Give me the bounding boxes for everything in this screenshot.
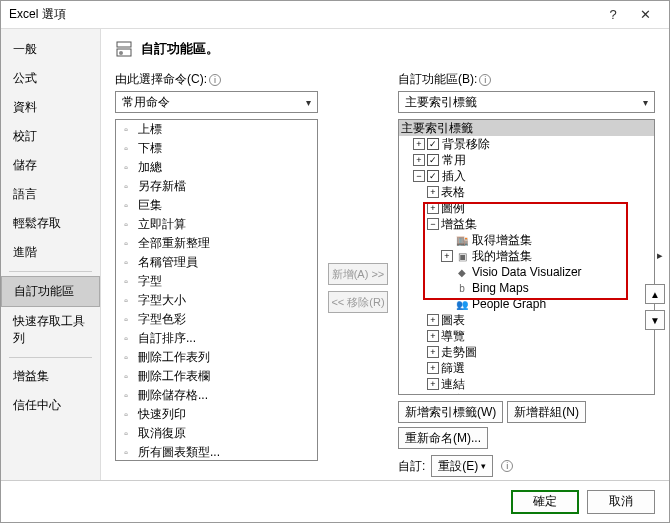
sidebar-item[interactable]: 進階 [1, 238, 100, 267]
ribbon-tree[interactable]: 主要索引標籤 +✓背景移除 +✓常用 −✓插入 +表格 +圖例 −增益集 🏬取得… [398, 119, 655, 395]
expand-icon[interactable]: + [427, 346, 439, 358]
new-tab-button[interactable]: 新增索引標籤(W) [398, 401, 503, 423]
command-icon: ▫ [118, 369, 134, 385]
command-item[interactable]: ▫所有圖表類型... [116, 443, 317, 461]
command-item[interactable]: ▫刪除工作表列 [116, 348, 317, 367]
command-item[interactable]: ▫取消復原 [116, 424, 317, 443]
tree-group[interactable]: +圖表 [399, 312, 654, 328]
sidebar-item[interactable]: 公式 [1, 64, 100, 93]
tree-cmd-visio[interactable]: ◆Visio Data Visualizer [399, 264, 654, 280]
command-item[interactable]: ▫字型 [116, 272, 317, 291]
expand-icon[interactable]: + [427, 330, 439, 342]
command-label: 加總 [138, 159, 162, 176]
info-icon[interactable]: i [209, 74, 221, 86]
tree-tab[interactable]: +✓常用 [399, 152, 654, 168]
command-item[interactable]: ▫全部重新整理 [116, 234, 317, 253]
sidebar-item[interactable]: 信任中心 [1, 391, 100, 420]
info-icon[interactable]: i [501, 460, 513, 472]
checkbox[interactable]: ✓ [427, 170, 439, 182]
command-item[interactable]: ▫下標 [116, 139, 317, 158]
expand-icon[interactable]: + [427, 314, 439, 326]
move-down-button[interactable]: ▼ [645, 310, 665, 330]
expand-icon[interactable]: + [427, 186, 439, 198]
sidebar-item[interactable]: 快速存取工具列 [1, 307, 100, 353]
tree-group[interactable]: +走勢圖 [399, 344, 654, 360]
visio-icon: ◆ [455, 265, 469, 279]
command-item[interactable]: ▫上標 [116, 120, 317, 139]
expand-icon[interactable]: + [427, 378, 439, 390]
command-item[interactable]: ▫刪除儲存格... [116, 386, 317, 405]
window-title: Excel 選項 [9, 6, 597, 23]
command-item[interactable]: ▫字型大小 [116, 291, 317, 310]
move-up-button[interactable]: ▲ [645, 284, 665, 304]
command-item[interactable]: ▫字型色彩 [116, 310, 317, 329]
sidebar-item[interactable]: 語言 [1, 180, 100, 209]
command-item[interactable]: ▫立即計算 [116, 215, 317, 234]
reset-button[interactable]: 重設(E) ▾ [431, 455, 493, 477]
tree-group[interactable]: +圖例 [399, 200, 654, 216]
cancel-button[interactable]: 取消 [587, 490, 655, 514]
tree-group[interactable]: +表格 [399, 184, 654, 200]
command-item[interactable]: ▫刪除工作表欄 [116, 367, 317, 386]
command-item[interactable]: ▫巨集 [116, 196, 317, 215]
svg-rect-0 [117, 42, 131, 47]
command-item[interactable]: ▫名稱管理員 [116, 253, 317, 272]
info-icon[interactable]: i [479, 74, 491, 86]
tree-tab[interactable]: +✓背景移除 [399, 136, 654, 152]
command-icon: ▫ [118, 274, 134, 290]
command-icon: ▫ [118, 122, 134, 138]
tree-group[interactable]: +篩選 [399, 360, 654, 376]
new-group-button[interactable]: 新增群組(N) [507, 401, 586, 423]
command-item[interactable]: ▫加總 [116, 158, 317, 177]
expand-icon[interactable]: + [413, 154, 425, 166]
ribbon-tabs-dropdown[interactable]: 主要索引標籤▾ [398, 91, 655, 113]
rename-button[interactable]: 重新命名(M)... [398, 427, 488, 449]
tree-cmd-bing-maps[interactable]: bBing Maps [399, 280, 654, 296]
tree-group[interactable]: +文字 [399, 392, 654, 395]
sidebar-item[interactable]: 輕鬆存取 [1, 209, 100, 238]
expand-icon[interactable]: + [427, 394, 439, 395]
sidebar-item[interactable]: 校訂 [1, 122, 100, 151]
checkbox[interactable]: ✓ [427, 138, 439, 150]
ok-button[interactable]: 確定 [511, 490, 579, 514]
tree-cmd-get-addins[interactable]: 🏬取得增益集 [399, 232, 654, 248]
add-button[interactable]: 新增(A) >> [328, 263, 388, 285]
collapse-icon[interactable]: − [413, 170, 425, 182]
overflow-arrow-icon[interactable]: ▸ [657, 249, 665, 263]
command-label: 下標 [138, 140, 162, 157]
tree-tab[interactable]: −✓插入 [399, 168, 654, 184]
sidebar-item[interactable]: 資料 [1, 93, 100, 122]
tree-cmd-my-addins[interactable]: +▣我的增益集 [399, 248, 654, 264]
checkbox[interactable]: ✓ [427, 154, 439, 166]
tree-group-addins[interactable]: −增益集 [399, 216, 654, 232]
command-icon: ▫ [118, 407, 134, 423]
command-icon: ▫ [118, 179, 134, 195]
command-item[interactable]: ▫另存新檔 [116, 177, 317, 196]
command-item[interactable]: ▫快速列印 [116, 405, 317, 424]
command-item[interactable]: ▫自訂排序... [116, 329, 317, 348]
command-label: 刪除工作表列 [138, 349, 210, 366]
help-icon[interactable]: ? [597, 7, 629, 22]
command-label: 字型大小 [138, 292, 186, 309]
collapse-icon[interactable]: − [427, 218, 439, 230]
commands-listbox[interactable]: ▫上標▫下標▫加總▫另存新檔▫巨集▫立即計算▫全部重新整理▫名稱管理員▫字型▫字… [115, 119, 318, 461]
remove-button[interactable]: << 移除(R) [328, 291, 388, 313]
command-icon: ▫ [118, 331, 134, 347]
sidebar-item[interactable]: 儲存 [1, 151, 100, 180]
sidebar-item[interactable]: 一般 [1, 35, 100, 64]
tree-group[interactable]: +連結 [399, 376, 654, 392]
commands-category-dropdown[interactable]: 常用命令▾ [115, 91, 318, 113]
sidebar-item[interactable]: 增益集 [1, 362, 100, 391]
expand-icon[interactable]: + [427, 202, 439, 214]
expand-icon[interactable]: + [441, 250, 453, 262]
expand-icon[interactable]: + [413, 138, 425, 150]
sidebar-item[interactable]: 自訂功能區 [1, 276, 100, 307]
ribbon-panel: 自訂功能區(B):i 主要索引標籤▾ 主要索引標籤 +✓背景移除 +✓常用 −✓… [398, 71, 655, 505]
page-header: 自訂功能區。 [115, 39, 655, 59]
expand-icon[interactable]: + [427, 362, 439, 374]
tree-group[interactable]: +導覽 [399, 328, 654, 344]
dropdown-value: 常用命令 [122, 94, 170, 111]
tree-root[interactable]: 主要索引標籤 [399, 120, 654, 136]
close-icon[interactable]: ✕ [629, 7, 661, 22]
tree-cmd-people-graph[interactable]: 👥People Graph [399, 296, 654, 312]
